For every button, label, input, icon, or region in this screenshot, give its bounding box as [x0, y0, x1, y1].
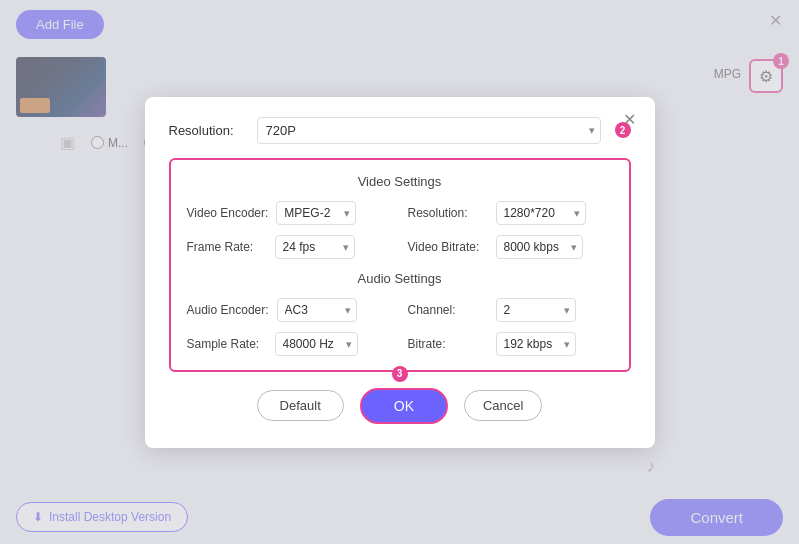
- bitrate-select[interactable]: 192 kbps 128 kbps 320 kbps: [496, 332, 576, 356]
- resolution-select[interactable]: 720P 1080P 480P 360P: [257, 117, 601, 144]
- audio-encoder-label: Audio Encoder:: [187, 303, 269, 317]
- resolution-row: Resolution: 720P 1080P 480P 360P 2: [169, 117, 631, 144]
- resolution-label: Resolution:: [169, 123, 249, 138]
- settings-modal: ✕ Resolution: 720P 1080P 480P 360P 2 Vid…: [145, 97, 655, 448]
- audio-settings-grid: Audio Encoder: AC3 AAC MP3 Channel:: [187, 298, 613, 356]
- video-bitrate-select[interactable]: 8000 kbps 6000 kbps 4000 kbps: [496, 235, 583, 259]
- cancel-button[interactable]: Cancel: [464, 390, 542, 421]
- video-encoder-select[interactable]: MPEG-2 H.264 H.265: [276, 201, 356, 225]
- video-resolution-label: Resolution:: [408, 206, 488, 220]
- modal-close-button[interactable]: ✕: [619, 109, 641, 131]
- video-resolution-row: Resolution: 1280*720 1920*1080 854*480: [408, 201, 613, 225]
- video-encoder-label: Video Encoder:: [187, 206, 269, 220]
- frame-rate-select-wrapper: 24 fps 30 fps 60 fps: [275, 235, 355, 259]
- video-bitrate-select-wrapper: 8000 kbps 6000 kbps 4000 kbps: [496, 235, 583, 259]
- sample-rate-row: Sample Rate: 48000 Hz 44100 Hz 22050 Hz: [187, 332, 392, 356]
- frame-rate-label: Frame Rate:: [187, 240, 267, 254]
- badge-3: 3: [392, 366, 408, 382]
- sample-rate-select[interactable]: 48000 Hz 44100 Hz 22050 Hz: [275, 332, 358, 356]
- frame-rate-row: Frame Rate: 24 fps 30 fps 60 fps: [187, 235, 392, 259]
- resolution-select-wrapper: 720P 1080P 480P 360P: [257, 117, 601, 144]
- video-settings-grid: Video Encoder: MPEG-2 H.264 H.265 Resolu…: [187, 201, 613, 259]
- video-bitrate-label: Video Bitrate:: [408, 240, 488, 254]
- app-background: Add File ✕ MPG ⚙ 1 ▣ M... W... ♪: [0, 0, 799, 544]
- bitrate-label: Bitrate:: [408, 337, 488, 351]
- audio-encoder-select[interactable]: AC3 AAC MP3: [277, 298, 357, 322]
- default-button[interactable]: Default: [257, 390, 344, 421]
- channel-select[interactable]: 2 1 6: [496, 298, 576, 322]
- audio-encoder-select-wrapper: AC3 AAC MP3: [277, 298, 357, 322]
- sample-rate-select-wrapper: 48000 Hz 44100 Hz 22050 Hz: [275, 332, 358, 356]
- video-encoder-row: Video Encoder: MPEG-2 H.264 H.265: [187, 201, 392, 225]
- video-resolution-select[interactable]: 1280*720 1920*1080 854*480: [496, 201, 586, 225]
- audio-settings-title: Audio Settings: [187, 271, 613, 286]
- ok-button[interactable]: OK: [360, 388, 448, 424]
- channel-row: Channel: 2 1 6: [408, 298, 613, 322]
- frame-rate-select[interactable]: 24 fps 30 fps 60 fps: [275, 235, 355, 259]
- video-resolution-select-wrapper: 1280*720 1920*1080 854*480: [496, 201, 586, 225]
- channel-label: Channel:: [408, 303, 488, 317]
- modal-overlay: ✕ Resolution: 720P 1080P 480P 360P 2 Vid…: [0, 0, 799, 544]
- modal-buttons: 3 Default OK Cancel: [169, 388, 631, 424]
- bitrate-row: Bitrate: 192 kbps 128 kbps 320 kbps: [408, 332, 613, 356]
- video-settings-title: Video Settings: [187, 174, 613, 189]
- audio-encoder-row: Audio Encoder: AC3 AAC MP3: [187, 298, 392, 322]
- sample-rate-label: Sample Rate:: [187, 337, 267, 351]
- bitrate-select-wrapper: 192 kbps 128 kbps 320 kbps: [496, 332, 576, 356]
- video-encoder-select-wrapper: MPEG-2 H.264 H.265: [276, 201, 356, 225]
- settings-box: Video Settings Video Encoder: MPEG-2 H.2…: [169, 158, 631, 372]
- video-bitrate-row: Video Bitrate: 8000 kbps 6000 kbps 4000 …: [408, 235, 613, 259]
- channel-select-wrapper: 2 1 6: [496, 298, 576, 322]
